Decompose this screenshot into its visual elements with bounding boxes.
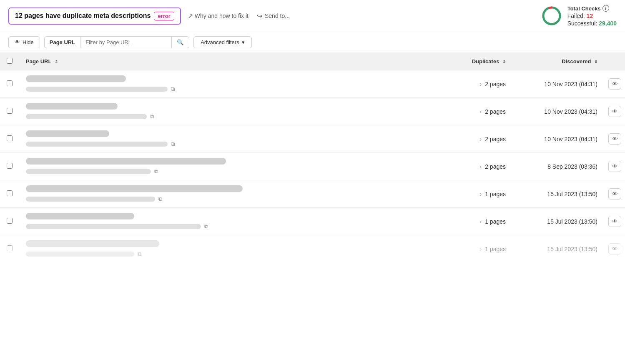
row-discovered-cell: 15 Jul 2023 (13:50) [512, 235, 604, 263]
row-eye-button[interactable]: 👁 [608, 216, 621, 227]
row-checkbox-cell[interactable] [0, 208, 19, 235]
external-link-icon[interactable]: ⧉ [171, 86, 175, 92]
row-checkbox[interactable] [7, 108, 13, 114]
row-eye-button[interactable]: 👁 [608, 133, 621, 145]
page-url-filter-input[interactable] [80, 36, 172, 48]
row-checkbox[interactable] [7, 80, 13, 86]
col-header-duplicates[interactable]: Duplicates ⇕ [446, 53, 512, 70]
row-discovered-cell: 8 Sep 2023 (03:36) [512, 153, 604, 180]
row-checkbox[interactable] [7, 190, 13, 196]
advanced-filters-button[interactable]: Advanced filters ▾ [193, 36, 252, 48]
search-icon: 🔍 [177, 39, 184, 45]
row-checkbox-cell[interactable] [0, 70, 19, 98]
col-header-discovered[interactable]: Discovered ⇕ [512, 53, 604, 70]
success-count: 29,400 [599, 20, 617, 27]
row-checkbox[interactable] [7, 135, 13, 141]
url-skeleton-url-row: ⧉ [26, 86, 439, 92]
hide-button[interactable]: 👁 Hide [8, 36, 40, 48]
svg-point-1 [543, 7, 560, 24]
url-skeleton: ⧉ [26, 75, 439, 92]
external-link-icon[interactable]: ⧉ [158, 196, 162, 202]
col-header-page-url[interactable]: Page URL ⇕ [19, 53, 446, 70]
row-checkbox[interactable] [7, 163, 13, 169]
row-checkbox-cell[interactable] [0, 153, 19, 180]
url-skeleton-title [26, 130, 439, 138]
url-skeleton-url-row: ⧉ [26, 196, 439, 202]
row-checkbox[interactable] [7, 218, 13, 224]
row-eye-button[interactable]: 👁 [608, 161, 621, 172]
url-skeleton: ⧉ [26, 185, 439, 202]
table-row: ⧉ › 1 pages 15 Jul 2023 (13:50) 👁 [0, 180, 625, 208]
row-checkbox-cell[interactable] [0, 180, 19, 208]
row-eye-button[interactable]: 👁 [608, 243, 621, 254]
expand-arrow-icon[interactable]: › [480, 163, 482, 170]
select-all-checkbox[interactable] [7, 58, 13, 64]
row-url-cell: ⧉ [19, 208, 446, 235]
row-actions-cell: 👁 [604, 235, 625, 263]
row-checkbox[interactable] [7, 245, 13, 251]
row-eye-icon: 👁 [612, 163, 617, 170]
external-link-icon[interactable]: ⧉ [138, 251, 141, 257]
url-skeleton-title [26, 185, 439, 193]
filter-bar: 👁 Hide Page URL 🔍 Advanced filters ▾ [0, 32, 625, 53]
results-table: Page URL ⇕ Duplicates ⇕ Discovered ⇕ [0, 53, 625, 262]
external-link-icon[interactable]: ⧉ [204, 223, 208, 230]
url-skeleton: ⧉ [26, 240, 439, 257]
url-skeleton: ⧉ [26, 130, 439, 147]
expand-arrow-icon[interactable]: › [480, 81, 482, 87]
expand-arrow-icon[interactable]: › [480, 136, 482, 142]
row-duplicates-cell: › 2 pages [446, 125, 512, 153]
row-eye-button[interactable]: 👁 [608, 188, 621, 199]
url-skeleton-url-row: ⧉ [26, 223, 439, 230]
external-link-icon[interactable]: ⧉ [150, 113, 154, 120]
row-checkbox-cell[interactable] [0, 125, 19, 153]
select-all-header[interactable] [0, 53, 19, 70]
expand-arrow-icon[interactable]: › [480, 108, 482, 115]
row-eye-icon: 👁 [612, 81, 617, 87]
row-duplicates-cell: › 2 pages [446, 70, 512, 98]
row-checkbox-cell[interactable] [0, 235, 19, 263]
url-filter-group: Page URL 🔍 [44, 36, 189, 48]
failed-count: 12 [587, 12, 593, 19]
send-to-button[interactable]: ↪ Send to... [257, 12, 290, 20]
table-row: ⧉ › 2 pages 8 Sep 2023 (03:36) 👁 [0, 153, 625, 180]
info-icon: i [602, 5, 609, 12]
fix-link[interactable]: ↗ Why and how to fix it [188, 12, 248, 20]
url-skeleton-title [26, 158, 439, 166]
row-discovered-cell: 10 Nov 2023 (04:31) [512, 70, 604, 98]
url-skeleton-url-row: ⧉ [26, 251, 439, 257]
advanced-filters-label: Advanced filters [201, 39, 239, 45]
sort-page-url-icon: ⇕ [55, 60, 58, 64]
expand-arrow-icon[interactable]: › [480, 191, 482, 197]
donut-chart [541, 5, 562, 27]
row-url-cell: ⧉ [19, 98, 446, 125]
row-url-cell: ⧉ [19, 180, 446, 208]
expand-arrow-icon[interactable]: › [480, 218, 482, 225]
table-header-row: Page URL ⇕ Duplicates ⇕ Discovered ⇕ [0, 53, 625, 70]
external-link-icon[interactable]: ⧉ [171, 141, 175, 147]
search-button[interactable]: 🔍 [172, 36, 189, 48]
row-discovered-cell: 10 Nov 2023 (04:31) [512, 98, 604, 125]
external-link-icon[interactable]: ⧉ [154, 168, 158, 175]
row-url-cell: ⧉ [19, 70, 446, 98]
row-url-cell: ⧉ [19, 153, 446, 180]
url-skeleton-title [26, 103, 439, 111]
top-bar: 12 pages have duplicate meta description… [0, 0, 625, 32]
page-url-filter-label: Page URL [44, 36, 80, 48]
expand-arrow-icon[interactable]: › [480, 246, 482, 252]
hide-label: Hide [23, 39, 34, 45]
total-checks-section: Total Checks i Failed: 12 Successful: 29… [541, 5, 617, 27]
table-row: ⧉ › 1 pages 15 Jul 2023 (13:50) 👁 [0, 235, 625, 263]
chevron-down-icon: ▾ [242, 39, 245, 45]
url-skeleton: ⧉ [26, 103, 439, 120]
row-eye-button[interactable]: 👁 [608, 106, 621, 117]
row-actions-cell: 👁 [604, 125, 625, 153]
table-row: ⧉ › 2 pages 10 Nov 2023 (04:31) 👁 [0, 98, 625, 125]
fix-link-icon: ↗ [188, 12, 193, 20]
row-checkbox-cell[interactable] [0, 98, 19, 125]
table-container: Page URL ⇕ Duplicates ⇕ Discovered ⇕ [0, 53, 625, 262]
failed-line: Failed: 12 [567, 12, 617, 19]
row-eye-button[interactable]: 👁 [608, 78, 621, 90]
row-eye-icon: 👁 [612, 191, 617, 197]
url-skeleton-url-row: ⧉ [26, 168, 439, 175]
